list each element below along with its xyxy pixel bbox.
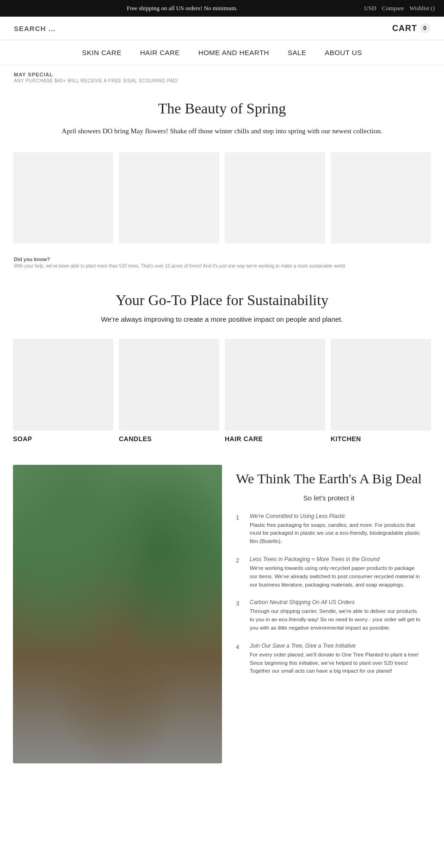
- commitment-4-text: Join Our Save a Tree, Give a Tree Initia…: [250, 643, 422, 675]
- earth-image: [13, 465, 222, 764]
- category-grid: SOAP CANDLES HAIR CARE KITCHEN: [0, 328, 444, 446]
- nav-sale[interactable]: SALE: [288, 49, 306, 56]
- earth-subtitle: So let's protect it: [236, 494, 422, 502]
- cart-count: 0: [420, 23, 430, 33]
- spring-description: April showers DO bring May flowers! Shak…: [46, 125, 398, 137]
- earth-content: We Think The Earth's A Big Deal So let's…: [222, 465, 431, 686]
- sustainability-section: Your Go-To Place for Sustainability We'r…: [0, 278, 444, 328]
- nav-skin-care[interactable]: SKIN CARE: [82, 49, 121, 56]
- commitment-list: 1 We're Committed to Using Less Plastic …: [236, 513, 422, 676]
- commitment-3-heading: Carbon Neutral Shipping On All US Orders: [250, 599, 422, 606]
- spring-section: The Beauty of Spring April showers DO br…: [0, 86, 444, 141]
- commitment-4: 4 Join Our Save a Tree, Give a Tree Init…: [236, 643, 422, 675]
- category-candles[interactable]: CANDLES: [119, 339, 219, 442]
- did-you-know-section: Did you know? With your help, we've been…: [0, 255, 444, 278]
- commitment-2: 2 Less Trees in Packaging = More Trees i…: [236, 556, 422, 589]
- spring-title: The Beauty of Spring: [14, 100, 430, 117]
- commitment-4-heading: Join Our Save a Tree, Give a Tree Initia…: [250, 643, 422, 649]
- banner-message: Free shipping on all US orders! No minim…: [9, 5, 355, 12]
- category-kitchen[interactable]: KITCHEN: [331, 339, 431, 442]
- commitment-2-text: Less Trees in Packaging = More Trees in …: [250, 556, 422, 589]
- commitment-2-number: 2: [236, 557, 243, 564]
- category-kitchen-label: KITCHEN: [331, 435, 431, 443]
- banner-links: USD Compare Wishlist (): [364, 5, 435, 12]
- compare-link[interactable]: Compare: [382, 5, 404, 12]
- may-special-text: ANY PURCHASE $40+ WILL RECEIVE A FREE SI…: [14, 78, 430, 83]
- nav-hair-care[interactable]: HAIR CARE: [140, 49, 180, 56]
- product-card-4[interactable]: [331, 152, 431, 244]
- commitment-3-text: Carbon Neutral Shipping On All US Orders…: [250, 599, 422, 632]
- product-grid: [0, 141, 444, 255]
- site-header: SEARCH ... CART 0: [0, 17, 444, 40]
- category-soap-image: [13, 339, 113, 430]
- did-you-know-text: With your help, we've been able to plant…: [14, 263, 430, 269]
- product-card-3[interactable]: [225, 152, 325, 244]
- earth-title: We Think The Earth's A Big Deal: [236, 469, 422, 487]
- commitment-3-desc: Through our shipping carrier, Sendle, we…: [250, 607, 422, 632]
- nav-about-us[interactable]: ABOUT US: [325, 49, 362, 56]
- category-soap[interactable]: SOAP: [13, 339, 113, 442]
- cart-button[interactable]: CART 0: [392, 23, 430, 33]
- may-special-title: MAY SPECIAL: [14, 72, 430, 77]
- search-input[interactable]: SEARCH ...: [14, 25, 56, 32]
- category-hair-care-image: [225, 339, 325, 430]
- commitment-2-heading: Less Trees in Packaging = More Trees in …: [250, 556, 422, 562]
- commitment-1-text: We're Committed to Using Less Plastic Pl…: [250, 513, 422, 546]
- commitment-1-number: 1: [236, 514, 243, 521]
- product-card-2[interactable]: [119, 152, 219, 244]
- commitment-4-desc: For every order placed, we'll donate to …: [250, 651, 422, 675]
- did-you-know-title: Did you know?: [14, 256, 430, 262]
- category-soap-label: SOAP: [13, 435, 113, 443]
- commitment-1-heading: We're Committed to Using Less Plastic: [250, 513, 422, 519]
- commitment-1-desc: Plastic free packaging for soaps, candle…: [250, 521, 422, 546]
- category-kitchen-image: [331, 339, 431, 430]
- category-hair-care-label: HAIR CARE: [225, 435, 325, 443]
- commitment-3: 3 Carbon Neutral Shipping On All US Orde…: [236, 599, 422, 632]
- commitment-1: 1 We're Committed to Using Less Plastic …: [236, 513, 422, 546]
- main-navigation: SKIN CARE HAIR CARE HOME AND HEARTH SALE…: [0, 40, 444, 65]
- category-hair-care[interactable]: HAIR CARE: [225, 339, 325, 442]
- nav-home-hearth[interactable]: HOME AND HEARTH: [198, 49, 269, 56]
- sustainability-description: We're always improving to create a more …: [46, 315, 398, 323]
- wishlist-link[interactable]: Wishlist (): [409, 5, 435, 12]
- earth-section: We Think The Earth's A Big Deal So let's…: [0, 446, 444, 782]
- cart-label: CART: [392, 24, 417, 33]
- sustainability-title: Your Go-To Place for Sustainability: [14, 292, 430, 309]
- category-candles-image: [119, 339, 219, 430]
- product-card-1[interactable]: [13, 152, 113, 244]
- currency-selector[interactable]: USD: [364, 5, 376, 12]
- earth-image-visual: [13, 465, 222, 764]
- commitment-4-number: 4: [236, 643, 243, 650]
- category-candles-label: CANDLES: [119, 435, 219, 443]
- top-banner: Free shipping on all US orders! No minim…: [0, 0, 444, 17]
- may-special-banner: MAY SPECIAL ANY PURCHASE $40+ WILL RECEI…: [0, 65, 444, 86]
- commitment-2-desc: We're working towards using only recycle…: [250, 564, 422, 589]
- commitment-3-number: 3: [236, 600, 243, 607]
